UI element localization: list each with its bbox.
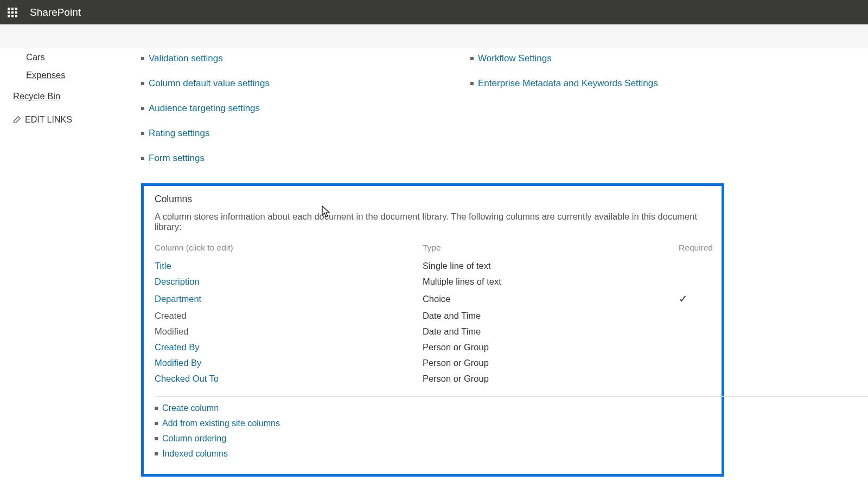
column-name-link[interactable]: Checked Out To [155, 374, 219, 383]
table-row: DescriptionMultiple lines of text [155, 274, 713, 290]
settings-link-anchor[interactable]: Add from existing site columns [162, 419, 280, 428]
pencil-icon [13, 116, 21, 124]
bullet-icon [141, 57, 144, 60]
settings-link: Validation settings [141, 53, 270, 64]
columns-header-name: Column (click to edit) [155, 239, 423, 258]
columns-header-required: Required [646, 239, 713, 258]
bullet-icon [155, 407, 158, 410]
column-type: Date and Time [423, 324, 646, 339]
bullet-icon [141, 132, 144, 135]
settings-link-anchor[interactable]: Indexed columns [162, 449, 228, 459]
svg-rect-6 [8, 15, 10, 17]
svg-rect-8 [15, 15, 17, 17]
columns-header-type: Type [423, 239, 646, 258]
settings-link-anchor[interactable]: Column default value settings [149, 78, 270, 89]
column-type: Multiple lines of text [423, 274, 646, 290]
bullet-icon [155, 452, 158, 455]
settings-link: Add from existing site columns [155, 419, 713, 428]
table-row: ModifiedDate and Time [155, 324, 713, 339]
left-nav: Cars Expenses Recycle Bin EDIT LINKS [0, 48, 119, 488]
nav-item-cars[interactable]: Cars [11, 48, 119, 66]
content-area: Validation settingsColumn default value … [119, 48, 868, 488]
nav-item-recycle-bin[interactable]: Recycle Bin [11, 87, 119, 105]
edit-links-button[interactable]: EDIT LINKS [11, 115, 119, 125]
column-name-link[interactable]: Description [155, 277, 200, 286]
bullet-icon [155, 437, 158, 440]
check-icon: ✓ [679, 293, 688, 305]
svg-rect-5 [15, 11, 17, 14]
table-row: CreatedDate and Time [155, 308, 713, 324]
settings-link: Indexed columns [155, 449, 713, 459]
column-required [646, 371, 713, 387]
column-type: Date and Time [423, 308, 646, 324]
svg-rect-2 [15, 8, 17, 10]
column-name-link[interactable]: Title [155, 261, 171, 271]
columns-desc: A column stores information about each d… [155, 211, 713, 232]
column-type: Person or Group [423, 339, 646, 355]
columns-table: Column (click to edit) Type Required Tit… [155, 239, 713, 387]
settings-link: Form settings [141, 153, 270, 164]
sub-bar [0, 24, 868, 48]
edit-links-label: EDIT LINKS [25, 115, 72, 125]
column-name-link[interactable]: Modified By [155, 358, 201, 368]
settings-link-anchor[interactable]: Workflow Settings [478, 53, 552, 64]
svg-rect-1 [11, 8, 14, 10]
settings-link-anchor[interactable]: Column ordering [162, 434, 226, 444]
column-required [646, 324, 713, 339]
brand-title: SharePoint [30, 7, 81, 18]
column-name-link[interactable]: Department [155, 294, 201, 304]
column-required [646, 308, 713, 324]
svg-rect-0 [8, 8, 10, 10]
settings-link-anchor[interactable]: Audience targeting settings [149, 103, 260, 114]
table-row: Created ByPerson or Group [155, 339, 713, 355]
column-type: Person or Group [423, 355, 646, 371]
bullet-icon [141, 82, 144, 85]
column-name-text: Created [155, 311, 187, 320]
settings-link-anchor[interactable]: Rating settings [149, 128, 209, 139]
settings-link-anchor[interactable]: Validation settings [149, 53, 223, 64]
settings-link: Rating settings [141, 128, 270, 139]
columns-title: Columns [155, 194, 713, 205]
bullet-icon [470, 82, 474, 85]
settings-link: Audience targeting settings [141, 103, 270, 114]
settings-link: Create column [155, 403, 713, 413]
settings-link-anchor[interactable]: Create column [162, 403, 219, 413]
column-required: ✓ [646, 290, 713, 308]
table-row: Checked Out ToPerson or Group [155, 371, 713, 387]
column-type: Single line of text [423, 258, 646, 274]
table-row: DepartmentChoice✓ [155, 290, 713, 308]
bullet-icon [470, 57, 474, 60]
column-name-text: Modified [155, 326, 188, 336]
bullet-icon [141, 157, 144, 160]
column-required [646, 274, 713, 290]
svg-rect-4 [11, 11, 14, 14]
column-required [646, 339, 713, 355]
column-name-link[interactable]: Created By [155, 342, 200, 352]
table-row: TitleSingle line of text [155, 258, 713, 274]
column-type: Person or Group [423, 371, 646, 387]
settings-link: Column ordering [155, 434, 713, 444]
settings-link: Enterprise Metadata and Keywords Setting… [470, 78, 658, 89]
divider [155, 396, 868, 397]
top-bar: SharePoint [0, 0, 868, 24]
svg-rect-7 [11, 15, 14, 17]
table-row: Modified ByPerson or Group [155, 355, 713, 371]
nav-item-expenses[interactable]: Expenses [11, 66, 119, 84]
column-required [646, 258, 713, 274]
columns-section: Columns A column stores information abou… [141, 183, 724, 477]
column-type: Choice [423, 290, 646, 308]
settings-link-anchor[interactable]: Enterprise Metadata and Keywords Setting… [478, 78, 658, 89]
settings-link: Workflow Settings [470, 53, 658, 64]
app-launcher-icon[interactable] [0, 0, 24, 24]
settings-link: Column default value settings [141, 78, 270, 89]
bullet-icon [155, 422, 158, 425]
settings-link-anchor[interactable]: Form settings [149, 153, 205, 164]
column-required [646, 355, 713, 371]
bullet-icon [141, 107, 144, 110]
svg-rect-3 [8, 11, 10, 14]
